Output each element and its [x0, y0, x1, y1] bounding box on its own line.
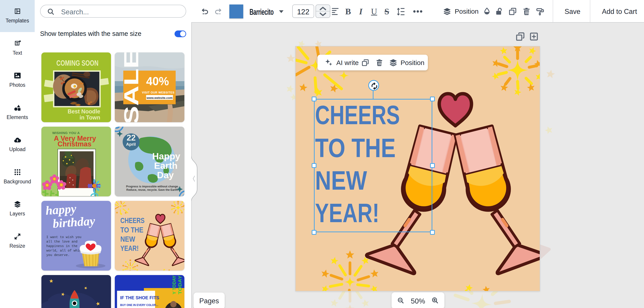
svg-text:all the love and: all the love and: [46, 240, 78, 243]
svg-text:happiness in the: happiness in the: [46, 244, 78, 248]
svg-text:I want to wish you: I want to wish you: [46, 235, 82, 239]
svg-text:WISHING YOU A: WISHING YOU A: [52, 131, 80, 135]
svg-text:Day: Day: [157, 170, 174, 180]
svg-text:SALE: SALE: [120, 52, 142, 122]
svg-text:you deserve.: you deserve.: [46, 253, 70, 257]
svg-text:Happy: Happy: [152, 151, 180, 162]
svg-text:Y TODAY: Y TODAY: [172, 275, 176, 294]
svg-text:Earth: Earth: [154, 161, 178, 171]
svg-text:IF THE SHOE FITS: IF THE SHOE FITS: [120, 295, 159, 300]
svg-text:April: April: [126, 142, 136, 146]
svg-text:Best Noodle: Best Noodle: [68, 108, 100, 114]
svg-text:happy: happy: [45, 202, 77, 217]
svg-text:22: 22: [127, 133, 136, 142]
svg-text:Christmas: Christmas: [58, 140, 92, 148]
svg-text:40%: 40%: [146, 75, 169, 88]
svg-text:world, all of which: world, all of which: [46, 249, 83, 252]
svg-text:www.website.com: www.website.com: [146, 96, 172, 99]
svg-text:VISIT OUR WEBSITES: VISIT OUR WEBSITES: [142, 91, 174, 94]
svg-text:COMING SOON: COMING SOON: [56, 59, 98, 67]
svg-text:TODAY: TODAY: [177, 275, 182, 294]
svg-text:Progress is impossible without: Progress is impossible without change.: [126, 185, 178, 188]
svg-text:in Town: in Town: [80, 114, 100, 121]
svg-text:Reduce, reuse, recycle. Save t: Reduce, reuse, recycle. Save the Earth.: [126, 188, 178, 191]
svg-text:BUY ONE IN EVERY COLOR...: BUY ONE IN EVERY COLOR...: [120, 303, 158, 307]
